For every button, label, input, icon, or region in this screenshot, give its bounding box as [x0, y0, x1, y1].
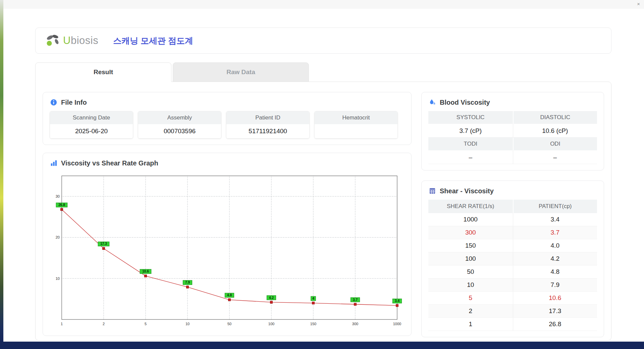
file-info-fields: Scanning Date 2025-06-20 Assembly 000703…	[50, 111, 405, 139]
shear-rate-value: 2	[428, 305, 513, 317]
app-header: Ubiosis 스캐닝 모세관 점도계	[35, 28, 611, 54]
bv-value-row: – –	[428, 150, 597, 164]
shear-rate-value: 5	[428, 292, 513, 304]
window-titlebar: ×	[3, 0, 644, 9]
leaf-logo-icon	[45, 34, 61, 48]
svg-text:3.7: 3.7	[353, 298, 358, 302]
bv-value-row: 3.7 (cP) 10.6 (cP)	[428, 124, 597, 138]
graph-title-row: Viscosity vs Shear Rate Graph	[50, 159, 405, 167]
ubiosis-logo: Ubiosis	[45, 34, 98, 48]
bv-header-row: TODI ODI	[428, 138, 597, 150]
bv-header-diastolic: DIASTOLIC	[513, 111, 597, 124]
bar-chart-icon	[50, 159, 58, 167]
graph-title: Viscosity vs Shear Rate Graph	[61, 159, 158, 167]
patient-viscosity-value: 26.8	[513, 318, 597, 331]
table-row: 126.8	[428, 318, 597, 331]
file-info-card: File Info Scanning Date 2025-06-20 Assem…	[43, 92, 412, 145]
logo-text-rest: biosis	[71, 35, 98, 46]
bv-value-diastolic: 10.6 (cP)	[513, 124, 597, 138]
app-content: Ubiosis 스캐닝 모세관 점도계 Result Raw Data	[3, 9, 644, 341]
result-panel: File Info Scanning Date 2025-06-20 Assem…	[35, 82, 611, 341]
shear-viscosity-title-row: Shear - Viscosity	[428, 187, 597, 195]
patient-column-header: PATIENT(cp)	[513, 200, 597, 213]
svg-text:50: 50	[227, 322, 231, 326]
field-label: Assembly	[138, 111, 221, 124]
svg-text:10: 10	[56, 277, 60, 281]
shear-rate-value: 100	[428, 252, 513, 265]
table-row: 1004.2	[428, 252, 597, 265]
shear-table-rows: 10003.43003.71504.01004.2504.8107.9510.6…	[428, 213, 597, 331]
droplet-icon	[428, 98, 436, 106]
tab-raw-data[interactable]: Raw Data	[173, 62, 309, 82]
patient-viscosity-value: 7.9	[513, 279, 597, 291]
viscosity-chart: 1020301251050100150300100026.817.310.67.…	[50, 172, 405, 330]
table-row: 510.6	[428, 292, 597, 305]
shear-rate-column-header: SHEAR RATE(1/s)	[428, 200, 513, 213]
svg-text:1000: 1000	[393, 322, 401, 326]
bv-header-todi: TODI	[428, 138, 513, 150]
svg-text:3.4: 3.4	[395, 299, 399, 303]
file-info-title-row: File Info	[50, 98, 405, 106]
field-scanning-date: Scanning Date 2025-06-20	[50, 111, 133, 139]
logo-text: Ubiosis	[63, 35, 98, 47]
right-column: Blood Viscosity SYSTOLIC DIASTOLIC 3.7 (…	[421, 92, 604, 336]
bv-value-systolic: 3.7 (cP)	[428, 124, 513, 138]
patient-viscosity-value: 4.2	[513, 252, 597, 265]
app-window: × Ubiosis 스캐닝 모세관 점도계 Result Raw Data	[3, 0, 644, 342]
patient-viscosity-value: 4.8	[513, 265, 597, 278]
desktop-wallpaper-strip	[0, 0, 3, 342]
svg-text:300: 300	[352, 322, 358, 326]
svg-text:5: 5	[145, 322, 147, 326]
shear-viscosity-title: Shear - Viscosity	[440, 187, 494, 195]
shear-rate-value: 50	[428, 265, 513, 278]
tab-result[interactable]: Result	[35, 62, 171, 82]
svg-text:10: 10	[185, 322, 190, 326]
shear-rate-value: 10	[428, 279, 513, 291]
patient-viscosity-value: 3.4	[513, 213, 597, 226]
bv-value-todi: –	[428, 150, 513, 164]
shear-rate-value: 150	[428, 239, 513, 252]
table-calculator-icon	[428, 187, 436, 195]
bv-header-odi: ODI	[513, 138, 597, 150]
svg-text:1: 1	[61, 322, 63, 326]
patient-viscosity-value: 17.3	[513, 305, 597, 317]
field-hematocrit: Hematocrit	[314, 111, 398, 139]
close-icon[interactable]: ×	[637, 1, 640, 7]
svg-text:4.8: 4.8	[227, 293, 232, 297]
shear-rate-value: 1000	[428, 213, 513, 226]
info-icon	[50, 98, 58, 106]
table-row: 217.3	[428, 305, 597, 318]
svg-text:100: 100	[268, 322, 274, 326]
bv-value-odi: –	[513, 150, 597, 164]
table-row: 10003.4	[428, 213, 597, 226]
svg-text:4.2: 4.2	[269, 296, 274, 300]
svg-text:2: 2	[103, 322, 105, 326]
table-row: 107.9	[428, 279, 597, 292]
field-assembly: Assembly 000703596	[138, 111, 221, 139]
patient-viscosity-value: 10.6	[513, 292, 597, 304]
blood-viscosity-title-row: Blood Viscosity	[428, 98, 597, 106]
field-value: 000703596	[138, 124, 221, 138]
field-label: Patient ID	[226, 111, 309, 124]
svg-text:150: 150	[310, 322, 316, 326]
table-row: 3003.7	[428, 226, 597, 239]
shear-rate-value: 1	[428, 318, 513, 331]
table-row: 1504.0	[428, 239, 597, 252]
patient-viscosity-value: 4.0	[513, 239, 597, 252]
shear-viscosity-card: Shear - Viscosity SHEAR RATE(1/s) PATIEN…	[421, 181, 604, 337]
bv-header-systolic: SYSTOLIC	[428, 111, 513, 124]
svg-text:30: 30	[56, 194, 60, 198]
logo-text-accent: U	[63, 35, 71, 46]
blood-viscosity-table: SYSTOLIC DIASTOLIC 3.7 (cP) 10.6 (cP) TO…	[428, 111, 597, 164]
patient-viscosity-value: 3.7	[513, 226, 597, 239]
shear-rate-value: 300	[428, 226, 513, 239]
table-row: 504.8	[428, 265, 597, 279]
shear-table-header: SHEAR RATE(1/s) PATIENT(cp)	[428, 200, 597, 213]
file-info-title: File Info	[61, 99, 87, 106]
svg-text:26.8: 26.8	[58, 203, 65, 207]
graph-card: Viscosity vs Shear Rate Graph 1020301251…	[43, 153, 412, 336]
svg-text:20: 20	[56, 235, 60, 239]
svg-text:4: 4	[312, 297, 314, 300]
field-label: Scanning Date	[50, 111, 133, 124]
field-label: Hematocrit	[315, 111, 397, 124]
